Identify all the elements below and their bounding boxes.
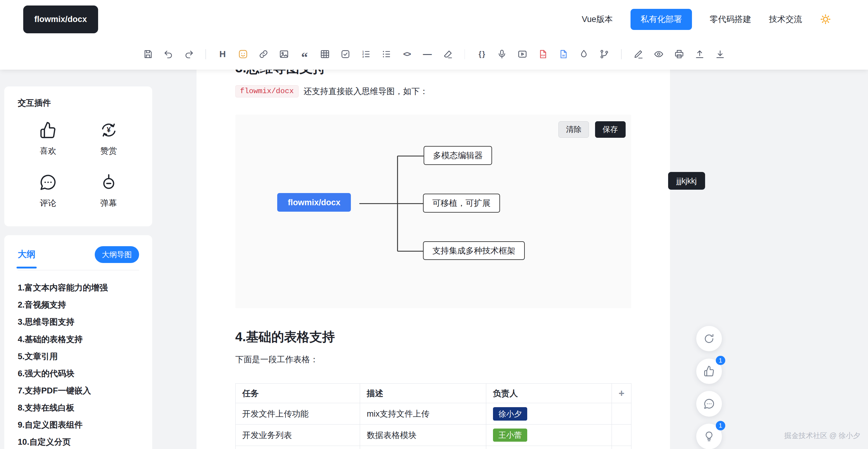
sun-icon[interactable] <box>820 13 831 25</box>
unordered-list-icon[interactable] <box>379 47 394 61</box>
owner-badge: 徐小夕 <box>493 407 527 420</box>
thumbs-up-icon <box>38 121 58 142</box>
refresh-button[interactable] <box>696 326 722 351</box>
mindmap-child-node[interactable]: 支持集成多种技术框架 <box>423 241 525 260</box>
add-column-button[interactable]: + <box>612 384 631 403</box>
emoji-icon[interactable] <box>236 47 250 61</box>
table-icon[interactable] <box>318 47 332 61</box>
download-icon[interactable] <box>713 47 727 61</box>
table-row <box>235 446 631 449</box>
outline-item[interactable]: 4.基础的表格支持 <box>18 331 139 348</box>
plugin-reward[interactable]: ¥ 赞赏 <box>78 121 139 156</box>
cell-empty[interactable] <box>612 446 631 449</box>
comment-button[interactable] <box>696 391 722 416</box>
outline-item[interactable]: 10.自定义分页 <box>18 434 139 449</box>
nav-links: Vue版本 私有化部署 零代码搭建 技术交流 <box>582 0 832 39</box>
plugin-like[interactable]: 喜欢 <box>18 121 78 156</box>
plugin-danmaku[interactable]: 弹幕 <box>78 173 139 209</box>
plugin-comment[interactable]: 评论 <box>18 173 78 209</box>
comment-tooltip: jjjkjkkj <box>668 172 705 190</box>
refresh-icon <box>703 333 715 345</box>
svg-text:PDF: PDF <box>541 55 546 57</box>
cell-empty[interactable] <box>612 403 631 424</box>
comment-icon <box>703 398 715 410</box>
cell-desc[interactable]: 数据表格模块 <box>360 424 486 446</box>
outline-item[interactable]: 8.支持在线白板 <box>18 399 139 416</box>
clipped-section-heading: 3.思维导图支持 <box>235 70 631 76</box>
git-branch-icon[interactable] <box>597 47 612 61</box>
video-icon[interactable] <box>515 47 530 61</box>
plugins-card-title: 交互插件 <box>18 97 139 108</box>
theme-icon[interactable] <box>577 47 591 61</box>
microphone-icon[interactable] <box>495 47 509 61</box>
eraser-icon[interactable] <box>441 47 455 61</box>
image-icon[interactable] <box>277 47 291 61</box>
idea-button[interactable]: 1 <box>696 424 722 449</box>
nav-link-vue[interactable]: Vue版本 <box>582 14 613 25</box>
cell-empty[interactable] <box>612 424 631 446</box>
outline-item[interactable]: 1.富文本内容能力的增强 <box>18 279 139 296</box>
top-navbar: flowmix/docx Vue版本 私有化部署 零代码搭建 技术交流 <box>0 0 868 39</box>
cell-desc[interactable]: mix支持文件上传 <box>360 403 486 424</box>
inline-code-chip: flowmix/docx <box>235 85 299 97</box>
svg-text:¥: ¥ <box>107 126 111 134</box>
code-block-icon[interactable]: { } <box>474 47 489 61</box>
cell-owner[interactable]: 王小蕾 <box>486 424 612 446</box>
table-intro: 下面是一段工作表格： <box>235 353 631 365</box>
intro-text: 还支持直接嵌入思维导图，如下： <box>304 86 428 97</box>
signature-icon[interactable] <box>631 47 646 61</box>
logo[interactable]: flowmix/docx <box>23 5 98 33</box>
plugin-danmaku-label: 弹幕 <box>100 198 117 209</box>
reward-icon: ¥ <box>99 121 118 142</box>
inline-code-icon[interactable]: <> <box>400 47 414 61</box>
nav-link-contact[interactable]: 技术交流 <box>769 14 802 25</box>
horizontal-rule-icon[interactable]: — <box>420 47 435 61</box>
mindmap-child-node[interactable]: 多模态编辑器 <box>424 146 492 165</box>
link-icon[interactable] <box>256 47 271 61</box>
cell-task[interactable] <box>235 446 360 449</box>
outline-map-button[interactable]: 大纲导图 <box>95 246 139 263</box>
ordered-list-icon[interactable]: 123 <box>359 47 373 61</box>
toolbar-divider <box>621 49 622 59</box>
outline-item[interactable]: 7.支持PDF一键嵌入 <box>18 382 139 399</box>
toolbar-divider <box>206 49 206 59</box>
outline-item[interactable]: 6.强大的代码块 <box>18 365 139 382</box>
heading-icon[interactable]: H <box>215 47 230 61</box>
outline-item[interactable]: 5.文章引用 <box>18 348 139 365</box>
blockquote-icon[interactable]: “ <box>298 47 312 61</box>
outline-item[interactable]: 2.音视频支持 <box>18 296 139 313</box>
pdf-icon[interactable]: PDF <box>536 47 550 61</box>
mindmap-save-button[interactable]: 保存 <box>595 121 626 138</box>
save-icon[interactable] <box>141 47 155 61</box>
mindmap-clear-button[interactable]: 清除 <box>558 121 589 138</box>
cell-owner[interactable] <box>486 446 612 449</box>
outline-item[interactable]: 9.自定义图表组件 <box>18 416 139 434</box>
mindmap-root-node[interactable]: flowmix/docx <box>277 193 351 212</box>
intro-paragraph: flowmix/docx 还支持直接嵌入思维导图，如下： <box>235 85 631 97</box>
plugin-comment-label: 评论 <box>40 198 56 209</box>
print-icon[interactable] <box>672 47 686 61</box>
preview-icon[interactable] <box>652 47 666 61</box>
outline-item[interactable]: 3.思维导图支持 <box>18 313 139 330</box>
word-icon[interactable]: W <box>556 47 570 61</box>
outline-tab[interactable]: 大纲 <box>18 248 35 261</box>
cell-task[interactable]: 开发业务列表 <box>235 424 360 446</box>
cell-task[interactable]: 开发文件上传功能 <box>235 403 360 424</box>
page: flowmix/docx Vue版本 私有化部署 零代码搭建 技术交流 H “ … <box>0 0 868 449</box>
like-button[interactable]: 1 <box>696 359 722 384</box>
cell-owner[interactable]: 徐小夕 <box>486 403 612 424</box>
idea-count-badge: 1 <box>716 421 725 430</box>
export-icon[interactable] <box>692 47 707 61</box>
mindmap-child-node[interactable]: 可移植，可扩展 <box>423 194 500 213</box>
svg-text:W: W <box>562 54 565 57</box>
nav-link-nocode[interactable]: 零代码搭建 <box>710 14 751 25</box>
undo-icon[interactable] <box>161 47 176 61</box>
plugins-grid: 喜欢 ¥ 赞赏 评论 弹幕 <box>18 121 139 209</box>
bulb-icon <box>703 430 715 443</box>
checkbox-icon[interactable] <box>338 47 353 61</box>
cell-desc[interactable] <box>360 446 486 449</box>
deploy-button[interactable]: 私有化部署 <box>630 9 692 30</box>
outline-header: 大纲 大纲导图 <box>18 246 139 270</box>
plugins-card: 交互插件 喜欢 ¥ 赞赏 评论 弹幕 <box>4 87 152 226</box>
redo-icon[interactable] <box>182 47 196 61</box>
